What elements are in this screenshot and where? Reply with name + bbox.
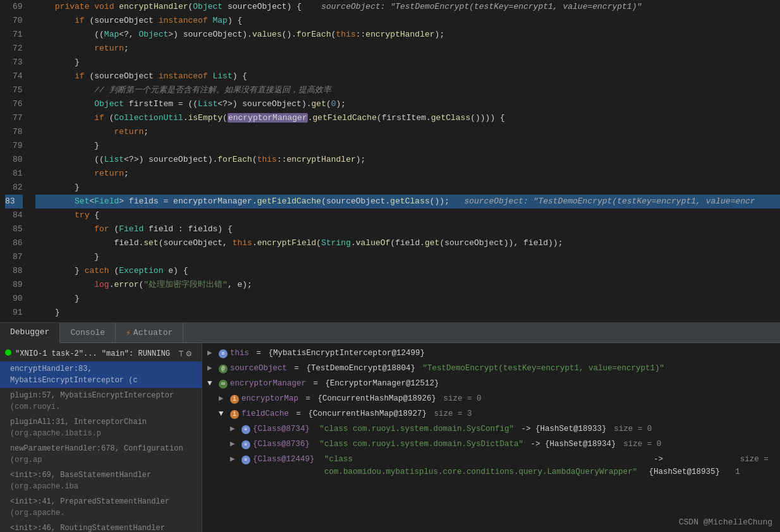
var-fieldcache-row: ▼ i fieldCache = {ConcurrentHashMap@1892… (214, 406, 780, 421)
code-line-79: } (35, 139, 780, 153)
var-sourceobject-row: ▶ @ sourceObject = {TestDemoEncrypt@1880… (202, 361, 780, 376)
var-fieldcache-item-1-expand[interactable]: ▶ (230, 438, 239, 450)
tab-actuator[interactable]: ⚡ Actuator (116, 323, 183, 343)
console-tab-label: Console (70, 328, 105, 337)
stack-frame-2[interactable]: pluginAll:31, InterceptorChain (org.apac… (0, 414, 202, 441)
var-fieldcache-item-0-expand[interactable]: ▶ (230, 423, 239, 435)
var-fieldcache-item-1-name: {Class@8736} (253, 438, 310, 450)
tab-bar: Debugger Console ⚡ Actuator (0, 323, 780, 343)
stack-frame-3-text: newParameterHandler:678, Configuration (… (10, 444, 183, 464)
code-line-83: Set<Field> fields = encryptorManager.get… (35, 195, 780, 209)
csdn-watermark: CSDN @MichelleChung (679, 517, 772, 527)
var-encryptormap-row: ▶ i encryptorMap = {ConcurrentHashMap@18… (214, 391, 780, 406)
var-sourceobject-icon: @ (219, 362, 228, 375)
var-fieldcache-item-1-icon: ≡ (241, 438, 250, 450)
var-this-row: ▶ ≡ this = {MybatisEncryptInterceptor@12… (202, 346, 780, 361)
settings-icon[interactable]: ⚙ (186, 348, 192, 359)
var-fieldcache-expand[interactable]: ▼ (219, 408, 228, 420)
var-fieldcache-item-2-name: {Class@12449} (253, 453, 315, 466)
stack-frame-5-text: <init>:41, PreparedStatementHandler (org… (10, 497, 169, 517)
var-sourceobject-name: sourceObject (230, 362, 287, 375)
var-fieldcache-item-2-expand[interactable]: ▶ (230, 453, 239, 466)
var-fieldcache-item-1: ▶ ≡ {Class@8736} "class com.ruoyi.system… (225, 437, 780, 452)
stack-frame-2-text: pluginAll:31, InterceptorChain (org.apac… (10, 418, 147, 438)
var-encryptormap-size: size = 0 (439, 392, 482, 405)
code-line-88: } catch (Exception e) { (35, 264, 780, 278)
code-line-90: } (35, 292, 780, 306)
var-this-icon: ≡ (219, 347, 228, 360)
debug-stack-panel: "XNIO-1 task-2"... "main": RUNNING ⊤ ⚙ e… (0, 343, 202, 532)
code-line-75: // 判断第一个元素是否含有注解。如果没有直接返回，提高效率 (35, 83, 780, 97)
code-line-78: return; (35, 125, 780, 139)
var-encryptormanager-name: encryptorManager (230, 377, 306, 390)
code-line-72: return; (35, 42, 780, 56)
code-line-85: for (Field field : fields) { (35, 222, 780, 236)
var-fieldcache-item-0: ▶ ≡ {Class@8734} "class com.ruoyi.system… (225, 421, 780, 437)
var-fieldcache-item-2: ▶ ≡ {Class@12449} "class com.baomidou.my… (225, 452, 780, 480)
var-encryptormanager-row: ▼ ∞ encryptorManager = {EncryptorManager… (202, 376, 780, 391)
stack-frame-0[interactable]: encryptHandler:83, MybatisEncryptInterce… (0, 361, 202, 388)
code-line-80: ((List<?>) sourceObject).forEach(this::e… (35, 153, 780, 167)
code-line-84: try { (35, 209, 780, 222)
code-line-86: field.set(sourceObject, this.encryptFiel… (35, 236, 780, 250)
var-sourceobject-ref: {TestDemoEncrypt@18804} (307, 362, 420, 375)
code-editor: 69 70 71 72 73 74 75 76 77 78 79 80 81 8… (0, 0, 780, 322)
var-encryptormap-value: {ConcurrentHashMap@18926} (318, 392, 437, 405)
var-encryptormanager-value: {EncryptorManager@12512} (326, 377, 439, 390)
actuator-tab-label: Actuator (133, 328, 173, 337)
code-line-73: } (35, 56, 780, 70)
bottom-panel: Debugger Console ⚡ Actuator "XNIO-1 task… (0, 322, 780, 532)
var-this-value: {MybatisEncryptInterceptor@12499} (269, 347, 425, 360)
var-fieldcache-icon: i (230, 408, 239, 420)
stack-frame-3[interactable]: newParameterHandler:678, Configuration (… (0, 441, 202, 468)
stack-frame-1-text: plugin:57, MybatisEncryptInterceptor (co… (10, 391, 174, 411)
var-fieldcache-item-1-value: "class com.ruoyi.system.domain.SysDictDa… (320, 438, 524, 450)
var-encryptormanager-icon: ∞ (219, 377, 228, 390)
panel-content: "XNIO-1 task-2"... "main": RUNNING ⊤ ⚙ e… (0, 343, 780, 532)
stack-frame-6-text: <init>:46, RoutingStatementHandler (org.… (10, 524, 165, 532)
var-fieldcache-item-0-value: "class com.ruoyi.system.domain.SysConfig… (320, 423, 515, 435)
code-line-81: return; (35, 167, 780, 181)
tab-console[interactable]: Console (60, 323, 116, 343)
var-fieldcache-item-2-value: "class com.baomidou.mybatisplus.core.con… (324, 453, 647, 478)
stack-frame-5[interactable]: <init>:41, PreparedStatementHandler (org… (0, 494, 202, 521)
stack-frame-4[interactable]: <init>:69, BaseStatementHandler (org.apa… (0, 468, 202, 494)
var-fieldcache-item-2-icon: ≡ (241, 453, 250, 466)
code-line-70: if (sourceObject instanceof Map) { (35, 14, 780, 28)
code-line-91: } (35, 306, 780, 320)
green-running-dot (5, 349, 11, 358)
var-sourceobject-display: "TestDemoEncrypt(testKey=encrypt1, value… (423, 362, 665, 375)
debugger-tab-label: Debugger (10, 327, 49, 337)
tab-debugger[interactable]: Debugger (0, 323, 60, 343)
stack-frame-1[interactable]: plugin:57, MybatisEncryptInterceptor (co… (0, 388, 202, 414)
var-encryptormap-icon: i (230, 392, 239, 405)
var-fieldcache-item-0-icon: ≡ (241, 423, 250, 435)
code-line-76: Object firstItem = ((List<?>) sourceObje… (35, 97, 780, 111)
var-fieldcache-item-0-name: {Class@8734} (253, 423, 310, 435)
code-line-89: log.error("处理加密字段时出错", e); (35, 278, 780, 292)
stack-frame-6[interactable]: <init>:46, RoutingStatementHandler (org.… (0, 521, 202, 532)
code-line-71: ((Map<?, Object>) sourceObject).values()… (35, 28, 780, 42)
var-fieldcache-size: size = 3 (429, 408, 472, 420)
code-line-69: private void encryptHandler(Object sourc… (35, 0, 780, 14)
code-line-77: if (CollectionUtil.isEmpty(encryptorMana… (35, 111, 780, 125)
stack-header: "XNIO-1 task-2"... "main": RUNNING ⊤ ⚙ (0, 346, 202, 361)
line-numbers: 69 70 71 72 73 74 75 76 77 78 79 80 81 8… (0, 0, 30, 322)
var-sourceobject-expand[interactable]: ▶ (207, 362, 216, 375)
var-encryptormap-expand[interactable]: ▶ (219, 392, 228, 405)
var-this-name: this (230, 347, 249, 360)
code-line-74: if (sourceObject instanceof List) { (35, 70, 780, 83)
var-this-expand[interactable]: ▶ (207, 347, 216, 360)
running-label: "XNIO-1 task-2"... "main": RUNNING (15, 349, 170, 358)
actuator-icon: ⚡ (126, 328, 131, 338)
var-encryptormap-name: encryptorMap (241, 392, 298, 405)
filter-icon[interactable]: ⊤ (178, 348, 183, 359)
var-fieldcache-name: fieldCache (241, 408, 289, 420)
var-fieldcache-value: {ConcurrentHashMap@18927} (308, 408, 427, 420)
variables-panel: ▶ ≡ this = {MybatisEncryptInterceptor@12… (202, 343, 780, 532)
stack-frame-4-text: <init>:69, BaseStatementHandler (org.apa… (10, 471, 151, 491)
var-encryptormanager-expand[interactable]: ▼ (207, 377, 216, 390)
code-line-87: } (35, 250, 780, 264)
code-lines: private void encryptHandler(Object sourc… (30, 0, 780, 322)
code-line-82: } (35, 181, 780, 195)
